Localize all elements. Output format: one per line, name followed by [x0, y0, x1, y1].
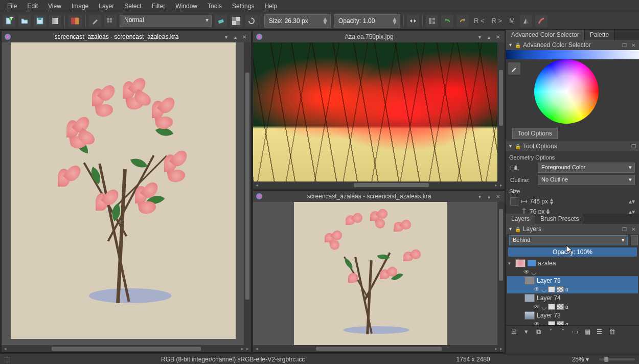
open-button[interactable] — [18, 15, 31, 27]
scrollbar-horizontal[interactable]: ◂▸▸ — [253, 181, 505, 189]
color-wheel[interactable] — [534, 59, 599, 124]
blend-options-button[interactable] — [631, 235, 638, 245]
redo-button[interactable] — [457, 15, 469, 27]
color-selector-header: ▼ 🔒 Advanced Color Selector ❐ ✕ — [506, 40, 639, 50]
zoom-slider[interactable] — [599, 358, 635, 360]
menu-tools[interactable]: Tools — [202, 1, 227, 11]
layer-group[interactable]: ▾ azalea — [507, 259, 638, 268]
canvas[interactable] — [253, 42, 505, 181]
maximize-icon[interactable]: ▴ — [232, 33, 239, 40]
gradient-button[interactable] — [49, 15, 61, 27]
rotate-left-button[interactable]: R < — [472, 17, 487, 25]
layer-controls[interactable]: 👁◡α — [507, 285, 638, 293]
alpha-lock-button[interactable] — [230, 15, 242, 27]
layer-menu-button[interactable]: ☰ — [595, 327, 604, 336]
lock-icon[interactable]: 🔒 — [515, 42, 521, 48]
minimize-icon[interactable]: ▾ — [476, 33, 483, 40]
menu-image[interactable]: Image — [66, 1, 94, 11]
minimize-icon[interactable]: ▾ — [476, 193, 483, 200]
outline-dropdown[interactable]: No Outline — [538, 175, 635, 185]
tab-layers[interactable]: Layers — [506, 214, 535, 224]
flip-button[interactable] — [520, 15, 532, 27]
layer-row[interactable]: Layer 74 — [507, 293, 638, 303]
minimize-icon[interactable]: ▾ — [222, 33, 230, 40]
pattern-button[interactable] — [68, 15, 82, 27]
mirror-button[interactable]: M — [507, 17, 517, 25]
delete-layer-button[interactable]: 🗑 — [607, 327, 617, 336]
scrollbar-horizontal[interactable]: ◂▸▸ — [253, 345, 505, 352]
canvas[interactable] — [253, 202, 505, 345]
menu-layer[interactable]: Layer — [94, 1, 119, 11]
layer-tree[interactable]: ▾ azalea 👁◡ Layer 75 👁◡α Layer 74 👁◡α — [506, 258, 639, 325]
float-icon[interactable]: ❐ — [621, 42, 628, 48]
blend-mode-dropdown[interactable]: Normal — [120, 15, 212, 27]
scrollbar-horizontal[interactable]: ◂▸▸ — [2, 345, 251, 352]
layer-properties-button[interactable]: ▭ — [570, 327, 580, 336]
close-icon[interactable]: ✕ — [241, 33, 248, 40]
add-layer-menu-button[interactable]: ▾ — [521, 327, 531, 336]
close-icon[interactable]: ✕ — [630, 226, 637, 232]
brush-preset-button[interactable] — [535, 15, 547, 27]
close-icon[interactable]: ✕ — [494, 33, 501, 40]
lock-icon[interactable]: 🔒 — [515, 144, 521, 149]
layer-settings-button[interactable]: ▤ — [583, 327, 592, 336]
new-doc-button[interactable]: + — [3, 15, 15, 27]
color-selector-body[interactable] — [506, 50, 639, 126]
layer-controls[interactable]: 👁◡ — [507, 268, 638, 276]
fill-dropdown[interactable]: Foreground Color — [538, 163, 635, 173]
collapse-icon[interactable]: ▼ — [508, 144, 513, 149]
layer-opacity-slider[interactable]: Opacity: 100% — [508, 247, 637, 257]
width-spinner[interactable]: 746 px ▴▾ — [510, 197, 626, 206]
menu-file[interactable]: File — [2, 1, 22, 11]
tab-brush-presets[interactable]: Brush Presets — [535, 214, 584, 224]
undo-button[interactable] — [441, 15, 453, 27]
hue-strip[interactable] — [506, 50, 639, 59]
canvas[interactable] — [2, 42, 251, 345]
workspace-button[interactable] — [426, 15, 438, 27]
scrollbar-vertical[interactable] — [497, 42, 505, 181]
float-icon[interactable]: ❐ — [630, 144, 637, 149]
save-button[interactable] — [34, 15, 46, 27]
scrollbar-vertical[interactable] — [244, 42, 251, 345]
tab-advanced-color[interactable]: Advanced Color Selector — [506, 30, 585, 40]
layer-row[interactable]: Layer 73 — [507, 311, 638, 320]
menu-select[interactable]: Select — [119, 1, 146, 11]
scrollbar-vertical[interactable] — [497, 202, 505, 345]
svg-rect-18 — [432, 21, 435, 24]
tool-options-toggle[interactable]: Tool Options — [512, 128, 558, 139]
move-up-button[interactable]: ˄ — [558, 327, 567, 336]
grid-button[interactable] — [104, 15, 117, 27]
document-window-1: screencast_azaleas - screencast_azaleas.… — [1, 31, 252, 353]
layer-blend-dropdown[interactable]: Behind — [509, 235, 628, 245]
menu-filter[interactable]: Filter — [147, 1, 171, 11]
rotate-right-button[interactable]: R > — [490, 17, 505, 25]
mirror-h-button[interactable] — [407, 15, 419, 27]
color-picker-icon[interactable] — [508, 62, 520, 75]
zoom-level[interactable]: 25% ▾ — [572, 356, 589, 363]
layer-row[interactable]: Layer 75 — [507, 276, 638, 285]
menu-edit[interactable]: Edit — [22, 1, 43, 11]
tab-palette[interactable]: Palette — [585, 30, 614, 40]
close-icon[interactable]: ✕ — [494, 193, 501, 200]
move-down-button[interactable]: ˅ — [546, 327, 555, 336]
layer-controls[interactable]: 👁◡α — [507, 303, 638, 311]
brush-opacity-spinner[interactable]: Opacity: 1.00 ▲▼ — [334, 14, 400, 28]
lock-icon[interactable]: 🔒 — [515, 226, 521, 232]
eraser-toggle-button[interactable] — [215, 15, 227, 27]
brush-size-spinner[interactable]: Size: 26.30 px ▲▼ — [264, 14, 331, 28]
menu-window[interactable]: Window — [170, 1, 202, 11]
add-layer-button[interactable]: ⊞ — [509, 327, 518, 336]
maximize-icon[interactable]: ▴ — [485, 193, 492, 200]
menu-view[interactable]: View — [43, 1, 66, 11]
brush-edit-button[interactable] — [89, 15, 101, 27]
close-icon[interactable]: ✕ — [630, 42, 637, 48]
layer-controls[interactable]: 👁◡α — [507, 320, 638, 325]
collapse-icon[interactable]: ▼ — [508, 226, 513, 232]
menu-help[interactable]: Help — [259, 1, 282, 11]
reload-button[interactable] — [245, 15, 258, 27]
menu-settings[interactable]: Settings — [227, 1, 259, 11]
duplicate-layer-button[interactable]: ⧉ — [534, 327, 543, 336]
float-icon[interactable]: ❐ — [621, 226, 628, 232]
collapse-icon[interactable]: ▼ — [508, 42, 513, 48]
maximize-icon[interactable]: ▴ — [485, 33, 492, 40]
